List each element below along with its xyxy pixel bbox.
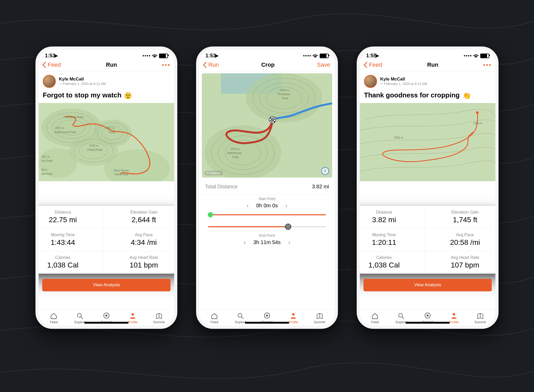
end-handle[interactable] <box>285 223 291 230</box>
map-label: Waterhouse <box>227 151 242 154</box>
home-icon <box>50 312 58 319</box>
start-handle[interactable] <box>208 212 213 217</box>
nav-back[interactable]: Run <box>204 61 219 68</box>
nav-bar: Run Crop Save <box>199 60 335 72</box>
nav-back-label: Feed <box>48 61 61 68</box>
tab-summit[interactable]: Summit <box>146 312 172 324</box>
svg-point-47 <box>427 314 428 316</box>
svg-rect-32 <box>274 119 275 120</box>
activity-header: Kyle McCall ⤳February 1, 2020 at 9:11 AM <box>39 72 174 90</box>
tab-label: Feed <box>50 320 58 324</box>
map-label: 2875 m <box>55 127 64 129</box>
total-distance-label: Total Distance <box>205 184 238 190</box>
stat-cell: Moving Time1:43:44 <box>35 228 103 251</box>
activity-title: Forgot to stop my watch <box>39 90 174 103</box>
home-indicator[interactable] <box>245 322 289 323</box>
stat-label: Avg Heart Rate <box>430 255 499 260</box>
map-label: 2743 m <box>89 144 98 147</box>
nav-title: Run <box>106 61 117 68</box>
start-point-slider[interactable] <box>208 214 326 215</box>
signal-dots-icon <box>143 55 150 56</box>
map-label: 60 m <box>41 168 47 171</box>
start-point-label: Start Point <box>205 197 329 201</box>
stats-card: Distance22.75 miElevation Gain2,644 ftMo… <box>35 206 177 273</box>
map-label: 2875 m <box>230 147 240 150</box>
stat-cell: Distance22.75 mi <box>35 206 103 228</box>
nav-more-button[interactable] <box>162 64 169 66</box>
stat-label: Avg Pace <box>109 233 177 237</box>
end-point-decrement[interactable]: ‹ <box>242 239 247 246</box>
activity-map[interactable]: 2360 m2560 m <box>360 103 495 181</box>
activity-map[interactable]: Thompson Peak2875 mWaterhouse Peak2651 m… <box>39 103 174 181</box>
tab-summit[interactable]: Summit <box>306 312 333 324</box>
end-point-section: End Point ‹ 3h 11m 54s › <box>199 221 335 248</box>
nav-back-label: Feed <box>369 61 382 68</box>
tab-feed[interactable]: Feed <box>41 312 67 324</box>
tab-label: Profile <box>128 320 137 324</box>
stat-value: 107 bpm <box>430 261 499 269</box>
map-label: 2560 m <box>394 136 403 139</box>
nav-back[interactable]: Feed <box>43 61 61 68</box>
stat-cell: Distance3.82 mi <box>357 206 424 228</box>
phone-row: 1:53 ➤ Feed Run K <box>35 46 499 329</box>
stat-cell: Elevation Gain1,745 ft <box>424 206 499 228</box>
start-point-value: 0h 0m 0s <box>256 203 278 209</box>
record-icon <box>102 312 110 319</box>
end-point-slider[interactable] <box>208 226 326 227</box>
nav-save-button[interactable]: Save <box>317 61 330 68</box>
svg-rect-35 <box>271 121 272 122</box>
start-point-increment[interactable]: › <box>284 202 289 209</box>
crop-map[interactable]: 2840 mThompsonPeak2875 mWaterhousePeak ©… <box>202 73 332 177</box>
tab-label: Summit <box>475 320 486 324</box>
home-indicator[interactable] <box>405 322 450 323</box>
total-distance-row: Total Distance 3.82 mi <box>199 179 335 195</box>
home-indicator[interactable] <box>84 322 129 323</box>
home-icon <box>210 312 218 319</box>
stat-label: Elevation Gain <box>430 210 499 215</box>
stat-value: 1,038 Cal <box>357 261 419 269</box>
nav-back[interactable]: Feed <box>365 61 382 68</box>
stat-label: Distance <box>35 210 98 215</box>
summit-icon <box>155 312 163 319</box>
signal-dots-icon <box>303 55 311 56</box>
stat-label: Elevation Gain <box>109 210 177 215</box>
location-arrow-icon: ➤ <box>54 53 58 59</box>
end-point-label: End Point <box>205 233 329 238</box>
tab-summit[interactable]: Summit <box>467 312 493 324</box>
nav-more-button[interactable] <box>483 64 491 66</box>
search-icon <box>237 312 245 319</box>
view-analysis-button[interactable]: View Analysis <box>42 279 171 291</box>
wifi-icon <box>152 54 157 58</box>
svg-line-45 <box>402 317 404 319</box>
tab-feed[interactable]: Feed <box>201 312 228 324</box>
record-icon <box>263 312 271 319</box>
map-label: Thompson Peak <box>63 116 83 119</box>
nav-back-label: Run <box>208 61 219 68</box>
stats-grid-0: Distance22.75 miElevation Gain2,644 ftMo… <box>35 206 177 273</box>
svg-point-41 <box>292 313 294 315</box>
end-point-increment[interactable]: › <box>287 239 292 246</box>
stat-label: Calories <box>35 255 98 260</box>
svg-rect-33 <box>270 120 271 121</box>
home-icon <box>371 312 379 319</box>
signal-dots-icon <box>464 55 471 56</box>
avatar[interactable] <box>364 75 377 88</box>
view-analysis-button[interactable]: View Analysis <box>363 279 492 291</box>
svg-rect-34 <box>272 120 274 121</box>
map-attribution: © mapbox <box>204 171 223 175</box>
search-icon <box>397 312 405 319</box>
map-svg: 2360 m2560 m <box>360 103 495 181</box>
tab-feed[interactable]: Feed <box>362 312 388 324</box>
stats-grid-2: Distance3.82 miElevation Gain1,745 ftMov… <box>357 206 499 273</box>
phone-before: 1:53 ➤ Feed Run K <box>35 46 177 329</box>
info-icon[interactable]: i <box>321 167 329 175</box>
map-label: 061 m <box>42 155 50 158</box>
avatar[interactable] <box>43 75 56 88</box>
profile-icon <box>289 312 297 319</box>
activity-user-name: Kyle McCall <box>59 77 106 82</box>
start-point-decrement[interactable]: ‹ <box>245 202 250 209</box>
map-label: Pickett Peak <box>87 148 103 151</box>
map-label: Waterhouse Peak <box>54 130 76 133</box>
tab-label: Feed <box>211 320 219 324</box>
activity-title: Thank goodness for cropping 👏 <box>360 90 495 103</box>
